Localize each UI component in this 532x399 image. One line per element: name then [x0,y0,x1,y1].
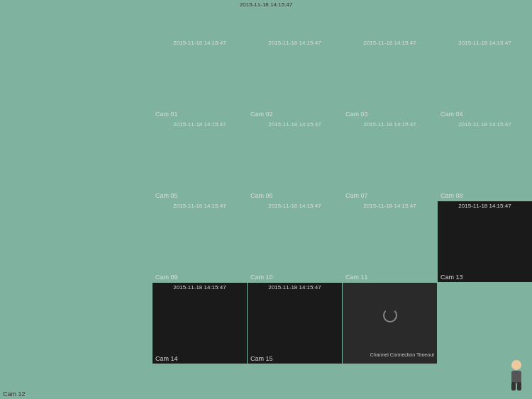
cam04-label: Cam 04 [440,111,463,118]
cam02-label: Cam 02 [250,111,273,118]
cam10-timestamp: 2015-11-18 14:15:47 [268,203,321,209]
cam11-timestamp: 2015-11-18 14:15:47 [363,203,416,209]
cam04-timestamp: 2015-11-18 14:15:47 [458,40,511,46]
svg-point-10 [511,360,521,364]
cam-cell-16[interactable]: Channel Connection Timeout [343,283,437,364]
cam07-label: Cam 07 [345,192,368,199]
cam01-timestamp: 2015-11-18 14:15:47 [173,40,226,46]
cam13-label: Cam 13 [440,274,463,281]
cam10-label: Cam 10 [250,274,273,281]
cam11-label: Cam 11 [345,274,368,281]
cam07-timestamp: 2015-11-18 14:15:47 [363,121,416,128]
main-content: Live Mode Playback Media Setting [0,24,532,364]
cam08-timestamp: 2015-11-18 14:15:47 [458,121,511,128]
cam06-label: Cam 06 [250,192,273,199]
cam05-timestamp: 2015-11-18 14:15:47 [173,121,226,128]
cam14-label: Cam 14 [155,355,178,362]
cam09-timestamp: 2015-11-18 14:15:47 [173,203,226,209]
timeout-spinner [383,308,397,322]
cam08-label: Cam 08 [440,192,463,199]
cam-cell-14[interactable]: 2015-11-18 14:15:47 Cam 14 [153,283,247,364]
cam02-timestamp: 2015-11-18 14:15:47 [268,40,321,46]
cam15-timestamp: 2015-11-18 14:15:47 [268,284,321,291]
cam15-label: Cam 15 [250,355,273,362]
cam06-timestamp: 2015-11-18 14:15:47 [268,121,321,128]
cam14-timestamp: 2015-11-18 14:15:47 [173,284,226,291]
cam03-timestamp: 2015-11-18 14:15:47 [363,40,416,46]
cam-cell-15[interactable]: 2015-11-18 14:15:47 Cam 15 [248,283,342,364]
cam05-label: Cam 05 [155,192,178,199]
cam13-timestamp: 2015-11-18 14:15:47 [458,203,511,209]
cam09-label: Cam 09 [155,274,178,281]
camera-grid: 2015-11-18 14:15:47 Cam 01 2015-11-18 14… [153,38,532,364]
cam-cell-13[interactable]: 2015-11-18 14:15:47 Cam 13 [438,201,532,282]
timeout-message: Channel Connection Timeout [370,352,434,358]
camera-grid-wrapper: Rate: 34.73Kbps Total: 3.16MB 2015-11-18… [153,24,532,364]
cam03-label: Cam 03 [345,111,368,118]
cam01-label: Cam 01 [155,111,178,118]
